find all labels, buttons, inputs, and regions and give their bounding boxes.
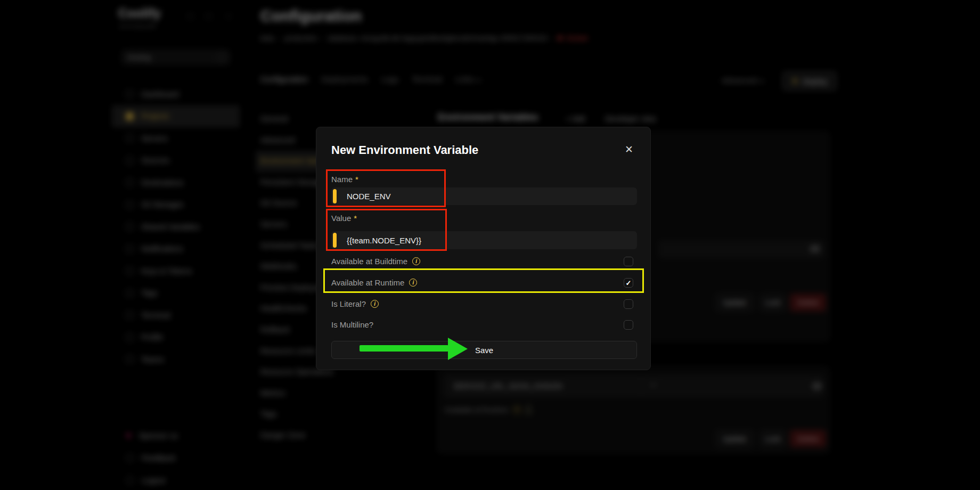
option-buildtime-label: Available at Buildtime i (331, 257, 420, 266)
option-label-text: Available at Buildtime (331, 257, 407, 266)
buildtime-checkbox[interactable] (624, 257, 633, 266)
modal-title: New Environment Variable (331, 143, 478, 157)
name-field-annotation-box (326, 169, 446, 207)
multiline-checkbox[interactable] (624, 320, 633, 330)
literal-checkbox[interactable] (624, 299, 633, 309)
option-label-text: Is Multiline? (331, 320, 373, 329)
option-literal-label: Is Literal? i (331, 299, 379, 308)
runtime-row-annotation-box (323, 268, 644, 293)
close-icon[interactable]: ✕ (625, 144, 633, 154)
info-icon[interactable]: i (371, 300, 379, 308)
value-field-annotation-box (326, 209, 447, 251)
info-icon[interactable]: i (412, 257, 420, 265)
save-label: Save (475, 346, 493, 355)
option-multiline-label: Is Multiline? (331, 320, 373, 329)
coolify-app: Coolify v4.0.0-beta.360 Hosting / Dashbo… (0, 0, 980, 490)
save-arrow-head (448, 338, 468, 360)
save-arrow-shaft (360, 345, 448, 352)
option-label-text: Is Literal? (331, 299, 366, 308)
